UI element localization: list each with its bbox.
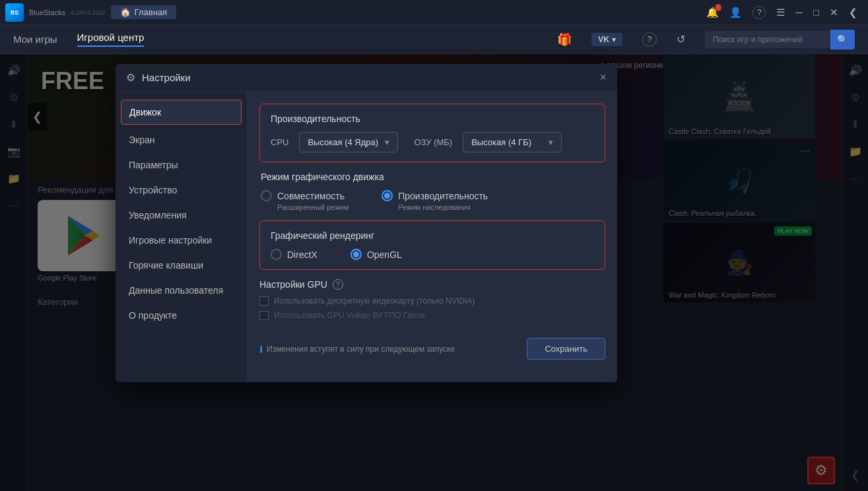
dialog-body: Движок Экран Параметры Устройство Уведом… <box>116 92 617 382</box>
user-icon[interactable]: 👤 <box>729 7 742 18</box>
radio-opengl-circle[interactable] <box>351 249 362 260</box>
menu-item-engine[interactable]: Движок <box>121 100 242 125</box>
save-button[interactable]: Сохранить <box>527 338 605 360</box>
dialog-gear-icon: ⚙ <box>126 71 135 84</box>
gpu-checkbox-1-label: Использовать дискретную видеокарту (толь… <box>274 296 475 306</box>
menu-item-game-settings[interactable]: Игровые настройки <box>116 228 247 253</box>
rendering-title: Графический рендеринг <box>271 230 594 241</box>
gpu-checkbox-2-label: Использовать GPU Vulkan ВУ ГПО Галле <box>274 311 425 320</box>
menu-item-params[interactable]: Параметры <box>116 152 247 178</box>
radio-directx-label: DirectX <box>287 249 317 260</box>
radio-compatibility-sub: Расширенный режим <box>261 203 349 211</box>
dialog-content: Производительность CPU Высокая (4 Ядра) … <box>248 92 617 382</box>
menu-item-device[interactable]: Устройство <box>116 178 247 203</box>
refresh-icon[interactable]: ↺ <box>677 33 685 46</box>
close-window-icon[interactable]: ✕ <box>830 7 838 18</box>
ram-label: ОЗУ (МБ) <box>414 137 452 147</box>
dialog-title: Настройки <box>142 72 191 83</box>
radio-performance-sub: Режим наследования <box>382 203 488 211</box>
maximize-icon[interactable]: □ <box>813 7 819 18</box>
radio-directx-circle[interactable] <box>271 249 282 260</box>
settings-dialog: ⚙ Настройки × Движок Экран Параметры Уст… <box>116 64 617 382</box>
graphics-mode-section: Режим графического движка Совместимость … <box>259 172 605 211</box>
radio-performance: Производительность Режим наследования <box>382 190 488 211</box>
graphics-mode-title: Режим графического движка <box>261 172 604 182</box>
rendering-options: DirectX OpenGL <box>271 249 594 260</box>
vk-icon: VK <box>598 35 609 44</box>
app-logo: BS <box>5 3 24 22</box>
gpu-checkbox-row-1: Использовать дискретную видеокарту (толь… <box>259 296 605 306</box>
radio-compatibility: Совместимость Расширенный режим <box>261 190 349 211</box>
search-button[interactable]: 🔍 <box>830 30 855 49</box>
gpu-section: Настройки GPU ? Использовать дискретную … <box>259 279 605 320</box>
cpu-value: Высокая (4 Ядра) <box>308 137 378 147</box>
rendering-section: Графический рендеринг DirectX Open <box>259 220 605 270</box>
help-icon[interactable]: ? <box>752 6 766 19</box>
main-area: 🔊 ⚙ ⬇ 📷 📁 ⋯ FREE ❮ в вашем регионе Реком… <box>0 54 868 491</box>
radio-performance-label: Производительность <box>398 191 488 201</box>
menu-icon[interactable]: ☰ <box>776 7 785 18</box>
ram-arrow-icon: ▾ <box>549 137 553 147</box>
footer-info: ℹ Изменения вступят в силу при следующем… <box>259 344 455 354</box>
gpu-checkbox-2[interactable] <box>259 311 269 320</box>
menu-item-screen[interactable]: Экран <box>116 127 247 152</box>
bell-icon[interactable]: 🔔7 <box>706 7 719 18</box>
radio-compatibility-circle[interactable] <box>261 190 272 201</box>
performance-section: Производительность CPU Высокая (4 Ядра) … <box>259 104 605 162</box>
topbar: BS BlueStacks 4.280.0.1022 🏠 Главная 🔔7 … <box>0 0 868 25</box>
performance-title: Производительность <box>271 114 594 124</box>
gpu-info-icon[interactable]: ? <box>333 279 343 290</box>
search-box: 🔍 <box>705 30 855 49</box>
nav-game-center[interactable]: Игровой центр <box>77 32 145 47</box>
ram-value: Высокая (4 ГБ) <box>471 137 531 147</box>
nav-my-games[interactable]: Мои игры <box>13 34 57 45</box>
ram-select[interactable]: Высокая (4 ГБ) ▾ <box>463 132 562 152</box>
dialog-close-button[interactable]: × <box>599 71 607 84</box>
gift-icon[interactable]: 🎁 <box>557 32 572 47</box>
navbar: Мои игры Игровой центр 🎁 VK ▾ ? ↺ 🔍 <box>0 25 868 54</box>
gpu-checkbox-row-2: Использовать GPU Vulkan ВУ ГПО Галле <box>259 311 605 320</box>
perf-row: CPU Высокая (4 Ядра) ▾ ОЗУ (МБ) Высокая … <box>271 132 594 152</box>
home-tab[interactable]: 🏠 Главная <box>111 5 176 19</box>
app-version: 4.280.0.1022 <box>71 9 106 16</box>
dialog-menu: Движок Экран Параметры Устройство Уведом… <box>116 92 248 382</box>
menu-item-notifications[interactable]: Уведомления <box>116 203 247 228</box>
back-nav-icon[interactable]: ❮ <box>849 7 857 18</box>
vk-button[interactable]: VK ▾ <box>591 33 622 46</box>
help-nav-icon[interactable]: ? <box>642 32 657 47</box>
footer-text: Изменения вступят в силу при следующем з… <box>267 344 455 354</box>
dialog-header: ⚙ Настройки × <box>116 64 617 92</box>
home-label: Главная <box>135 7 167 17</box>
radio-compatibility-label: Совместимость <box>277 191 345 201</box>
menu-item-hotkeys[interactable]: Горячие клавиши <box>116 253 247 278</box>
dialog-footer: ℹ Изменения вступят в силу при следующем… <box>259 328 605 360</box>
radio-opengl-label: OpenGL <box>367 249 402 260</box>
graphics-mode-options: Совместимость Расширенный режим Производ… <box>261 190 604 211</box>
radio-performance-circle[interactable] <box>382 190 393 201</box>
home-icon: 🏠 <box>120 7 131 17</box>
gpu-checkbox-1[interactable] <box>259 296 269 306</box>
cpu-arrow-icon: ▾ <box>385 137 389 147</box>
search-input[interactable] <box>705 31 830 48</box>
minimize-icon[interactable]: ─ <box>795 7 803 18</box>
menu-item-about[interactable]: О продукте <box>116 303 247 328</box>
app-name: BlueStacks <box>29 9 65 16</box>
info-icon: ℹ <box>259 344 263 354</box>
menu-item-user-data[interactable]: Данные пользователя <box>116 278 247 303</box>
cpu-select[interactable]: Высокая (4 Ядра) ▾ <box>299 132 398 152</box>
vk-chevron: ▾ <box>612 35 616 44</box>
gpu-title: Настройки GPU <box>259 279 327 290</box>
cpu-label: CPU <box>271 137 288 147</box>
topbar-icons: 🔔7 👤 ? ☰ ─ □ ✕ ❮ <box>706 6 857 19</box>
